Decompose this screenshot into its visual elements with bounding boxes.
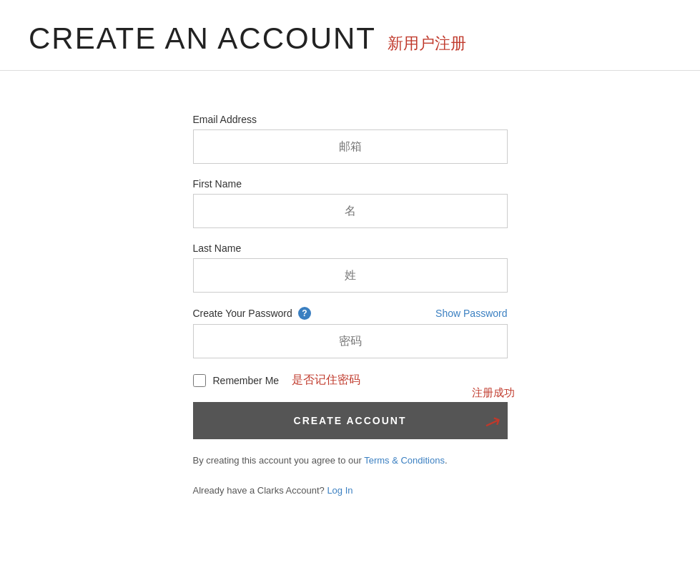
email-label: Email Address [193, 114, 508, 125]
remember-checkbox[interactable] [193, 374, 206, 387]
terms-text-after: . [445, 455, 448, 466]
help-icon[interactable]: ? [298, 307, 311, 320]
show-password-link[interactable]: Show Password [435, 308, 507, 319]
password-group: Create Your Password ? Show Password [193, 307, 508, 358]
remember-chinese: 是否记住密码 [292, 373, 360, 388]
password-label-row: Create Your Password ? Show Password [193, 307, 508, 320]
terms-link[interactable]: Terms & Conditions [364, 455, 445, 466]
lastname-group: Last Name [193, 242, 508, 293]
create-account-wrapper: 注册成功 CREATE ACCOUNT ↗ [193, 402, 508, 439]
email-group: Email Address [193, 114, 508, 164]
terms-text-before: By creating this account you agree to ou… [193, 455, 365, 466]
login-text-before: Already have a Clarks Account? [193, 485, 327, 496]
password-label: Create Your Password [193, 308, 292, 319]
terms-text: By creating this account you agree to ou… [193, 454, 508, 468]
page-title-chinese: 新用户注册 [388, 33, 466, 54]
password-input[interactable] [193, 324, 508, 358]
remember-row: Remember Me 是否记住密码 [193, 373, 508, 388]
success-annotation: 注册成功 [472, 386, 515, 400]
firstname-input[interactable] [193, 194, 508, 228]
login-link[interactable]: Log In [327, 485, 353, 496]
firstname-group: First Name [193, 178, 508, 228]
create-account-button[interactable]: CREATE ACCOUNT [193, 402, 508, 439]
password-label-left: Create Your Password ? [193, 307, 311, 320]
lastname-input[interactable] [193, 258, 508, 293]
firstname-label: First Name [193, 178, 508, 190]
registration-form: Email Address First Name Last Name Creat… [179, 71, 522, 539]
lastname-label: Last Name [193, 242, 508, 254]
page-title-main: CREATE AN ACCOUNT [29, 21, 376, 56]
remember-label: Remember Me [213, 375, 280, 386]
page-header: CREATE AN ACCOUNT 新用户注册 [0, 0, 700, 71]
email-input[interactable] [193, 129, 508, 164]
login-text: Already have a Clarks Account? Log In [193, 485, 508, 496]
page-title: CREATE AN ACCOUNT 新用户注册 [29, 21, 671, 56]
